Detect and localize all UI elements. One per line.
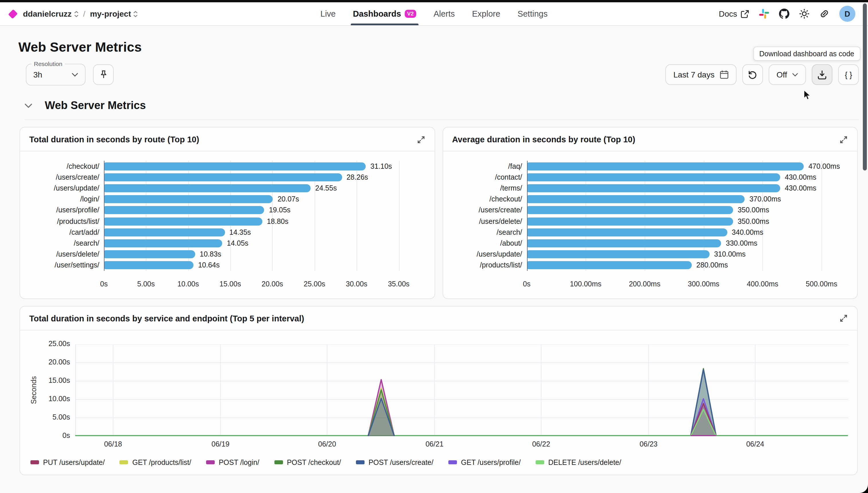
pin-resolution-button[interactable] [93,64,114,85]
legend-item[interactable]: GET /products/list/ [120,458,191,467]
bar-track: 19.05s [104,206,425,214]
expand-panel-button[interactable] [839,135,848,144]
auto-refresh-select[interactable]: Off [768,64,806,85]
bar[interactable] [527,162,804,170]
dashboard-code-button[interactable]: { } [838,64,859,85]
bar[interactable] [104,261,193,270]
x-axis: 0s100.00ms200.00ms300.00ms400.00ms500.00… [527,280,822,289]
time-range-button[interactable]: Last 7 days [665,64,736,85]
chart-title: Average duration in seconds by route (To… [452,135,635,144]
bar[interactable] [104,217,262,225]
bar[interactable] [104,173,342,181]
value-label: 310.00ms [714,250,746,258]
x-tick: 500.00ms [806,280,837,288]
bar[interactable] [104,184,311,192]
legend-item[interactable]: POST /users/create/ [356,458,433,467]
bar[interactable] [104,228,225,236]
panel-header: Average duration in seconds by route (To… [443,127,857,151]
chevron-down-icon [792,72,798,77]
tab-alerts[interactable]: Alerts [433,2,455,25]
value-label: 330.00ms [726,239,758,248]
x-tick: 06/19 [212,440,230,448]
panel-duration-by-service-endpoint: Total duration in seconds by service and… [20,306,858,475]
user-avatar[interactable]: D [839,6,855,22]
value-label: 430.00ms [785,184,816,192]
bar-track: 310.00ms [527,250,848,258]
category-label: /checkout/ [452,195,522,203]
tab-live[interactable]: Live [320,2,336,25]
bar[interactable] [527,239,721,248]
refresh-icon [747,70,757,80]
charts-row-2: Total duration in seconds by service and… [20,306,858,475]
expand-icon [839,135,848,144]
bar[interactable] [104,206,264,214]
tab-dashboards[interactable]: DashboardsV2 [353,2,417,25]
org-selector[interactable]: ddanielcruzz [23,9,79,18]
bar[interactable] [104,250,195,258]
share-link[interactable] [819,8,829,19]
value-label: 430.00ms [785,173,816,181]
docs-link[interactable]: Docs [719,9,749,18]
bar[interactable] [104,162,366,170]
legend-item[interactable]: GET /users/profile/ [448,458,521,467]
tab-label: Settings [517,9,548,18]
bar[interactable] [527,228,727,236]
download-dashboard-button[interactable] [812,64,832,85]
link-icon [819,8,829,19]
expand-panel-button[interactable] [839,314,848,323]
x-tick: 06/23 [639,440,658,448]
x-axis-ticks: 06/1806/1906/2006/2106/2206/2306/24 [75,440,848,450]
legend-item[interactable]: DELETE /users/delete/ [536,458,621,467]
x-tick: 06/21 [425,440,443,448]
bar[interactable] [527,184,780,192]
theme-toggle[interactable] [799,8,809,19]
pin-icon [99,70,108,80]
slack-icon [759,8,769,19]
legend-item[interactable]: POST /login/ [206,458,259,467]
refresh-button[interactable] [742,64,763,85]
chart-legend: PUT /users/update/GET /products/list/POS… [30,458,848,467]
project-selector[interactable]: my-project [90,9,138,18]
y-tick: 20.00s [48,358,70,366]
plot-region: Seconds 25.00s20.00s15.00s10.00s5.00s0s [29,344,848,436]
bar[interactable] [527,195,745,203]
tab-label: Live [320,9,336,18]
value-label: 340.00ms [732,228,763,236]
value-label: 18.80s [267,217,289,225]
tab-explore[interactable]: Explore [472,2,500,25]
legend-item[interactable]: PUT /users/update/ [30,458,105,467]
bar[interactable] [527,261,692,270]
legend-item[interactable]: POST /checkout/ [274,458,341,467]
category-label: /contact/ [452,173,522,181]
value-label: 350.00ms [738,217,769,225]
legend-swatch [30,460,39,465]
plot-area[interactable] [75,344,848,436]
x-tick: 300.00ms [688,280,719,288]
bar[interactable] [527,173,780,181]
legend-swatch [120,460,128,465]
category-label: /about/ [452,239,522,248]
resolution-select[interactable]: Resolution 3h [26,64,86,86]
panel-body: /checkout/31.10s/users/create/28.26s/use… [20,151,434,298]
bar[interactable] [104,239,222,248]
panel-total-duration-by-route: Total duration in seconds by route (Top … [20,127,435,299]
x-tick: 0s [100,280,108,288]
tab-settings[interactable]: Settings [517,2,548,25]
category-label: /login/ [29,195,99,203]
chevron-down-icon [25,103,32,108]
x-tick: 15.00s [219,280,241,288]
bar-track: 430.00ms [527,184,848,192]
section-header[interactable]: Web Server Metrics [25,99,859,120]
bar-track: 10.64s [104,261,425,270]
expand-icon [417,135,425,144]
bar[interactable] [104,195,273,203]
expand-panel-button[interactable] [417,135,425,144]
bar-row: /checkout/370.00ms [452,194,848,205]
y-axis-ticks: 25.00s20.00s15.00s10.00s5.00s0s [39,344,75,436]
bar[interactable] [527,217,733,225]
slack-link[interactable] [759,8,769,19]
github-link[interactable] [779,8,789,19]
bar[interactable] [527,250,710,258]
bar[interactable] [527,206,733,214]
vertical-scrollbar[interactable] [863,3,867,170]
